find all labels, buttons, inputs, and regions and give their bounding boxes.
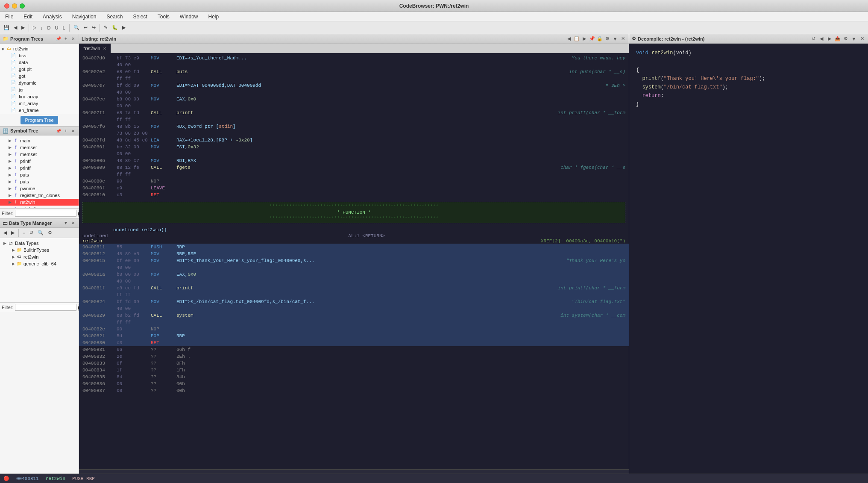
tree-item-jcr[interactable]: 📄 .jcr xyxy=(0,86,79,93)
dtm-config-btn[interactable]: ⚙ xyxy=(46,229,54,236)
st-printf1[interactable]: ▶ f printf xyxy=(0,158,79,165)
menu-help[interactable]: Help xyxy=(207,13,221,21)
listing-icon1[interactable]: ◀ xyxy=(566,35,572,42)
status-function: ret2win xyxy=(46,476,65,481)
dtm-back-btn[interactable]: ◀ xyxy=(2,229,9,236)
dtm-pin-icon[interactable]: ▼ xyxy=(63,220,69,226)
st-puts2[interactable]: ▶ f puts xyxy=(0,178,79,185)
symbol-filter-input[interactable] xyxy=(15,210,76,217)
operand: 00h xyxy=(176,380,625,387)
tree-item-eh-frame[interactable]: 📄 .eh_frame xyxy=(0,107,79,114)
listing-title: Listing: ret2win xyxy=(82,36,116,41)
decompile-export-btn[interactable]: 📤 xyxy=(834,35,841,42)
toolbar-step[interactable]: ↓ xyxy=(39,24,45,31)
operand: 0Fh xyxy=(176,360,625,367)
toolbar-debug[interactable]: 🐛 xyxy=(110,24,120,31)
toolbar-play[interactable]: ▶ xyxy=(120,24,127,31)
menu-edit[interactable]: Edit xyxy=(22,13,34,21)
toolbar-undo[interactable]: ↩ xyxy=(82,24,89,31)
traffic-lights xyxy=(4,3,25,9)
toolbar-forward[interactable]: ▶ xyxy=(20,24,26,31)
st-memset1[interactable]: ▶ f memset xyxy=(0,144,79,151)
hex-bytes: c3 xyxy=(117,339,151,346)
dtm-add-btn[interactable]: + xyxy=(21,230,27,236)
tree-label: ret2win xyxy=(20,200,35,205)
decompile-back-btn[interactable]: ◀ xyxy=(818,35,825,42)
hex-bytes: b8 00 00 xyxy=(117,96,151,103)
toolbar-run[interactable]: ▷ xyxy=(31,24,38,31)
code-row: 73 08 20 00 xyxy=(79,130,629,137)
operand: EAX,0x0 xyxy=(176,271,625,278)
dtm-ret2win[interactable]: ▶ 🏷 ret2win xyxy=(2,253,77,260)
pt-pin-icon[interactable]: 📌 xyxy=(56,36,62,42)
menu-search[interactable]: Search xyxy=(105,13,124,21)
tree-item-dynamic[interactable]: 📄 .dynamic xyxy=(0,80,79,86)
decompile-fwd-btn[interactable]: ▶ xyxy=(826,35,833,42)
menu-analysis[interactable]: Analysis xyxy=(41,13,64,21)
toolbar-decompile[interactable]: D xyxy=(46,24,53,31)
dtm-close-icon[interactable]: ✕ xyxy=(70,220,76,226)
tree-item-init-array[interactable]: 📄 .init_array xyxy=(0,100,79,107)
menu-window[interactable]: Window xyxy=(178,13,200,21)
st-pin-icon[interactable]: 📌 xyxy=(56,128,62,134)
tree-item-bss[interactable]: 📄 .bss xyxy=(0,52,79,59)
tree-item-data[interactable]: 📄 .data xyxy=(0,59,79,66)
listing-icon4[interactable]: 📌 xyxy=(589,35,595,42)
decompile-menu-btn[interactable]: ▼ xyxy=(850,35,857,42)
tab-ret2win[interactable]: *ret2win ✕ xyxy=(79,44,111,53)
mnemonic: MOV xyxy=(151,96,176,103)
main-layout: 📁 Program Trees 📌 + ✕ ▶ 🗂 ret2win 📄 .bss… xyxy=(0,34,868,474)
listing-icon5[interactable]: 🔒 xyxy=(596,35,603,42)
tree-item-got[interactable]: 📄 .got xyxy=(0,73,79,80)
menu-file[interactable]: File xyxy=(3,13,15,21)
listing-close-btn[interactable]: ✕ xyxy=(619,35,626,42)
program-tree-button[interactable]: Program Tree xyxy=(21,116,58,124)
pt-add-icon[interactable]: + xyxy=(63,36,69,42)
toolbar-save[interactable]: 💾 xyxy=(2,24,11,31)
decompile-refresh-btn[interactable]: ↺ xyxy=(810,35,817,42)
st-pwnme[interactable]: ▶ f pwnme xyxy=(0,185,79,192)
st-puts1[interactable]: ▶ f puts xyxy=(0,171,79,178)
st-printf2[interactable]: ▶ f printf xyxy=(0,165,79,171)
toolbar-redo[interactable]: ↪ xyxy=(90,24,97,31)
st-main[interactable]: ▶ f main xyxy=(0,137,79,144)
horizontal-scrollbar[interactable] xyxy=(79,469,629,474)
dtm-filter-input[interactable] xyxy=(15,304,76,311)
dtm-datatypes[interactable]: ▶ 🗂 Data Types xyxy=(2,240,77,247)
dtm-generic-clib[interactable]: ▶ 📁 generic_clib_64 xyxy=(2,260,77,267)
toolbar-edit[interactable]: ✎ xyxy=(102,24,109,31)
minimize-button[interactable] xyxy=(12,3,17,9)
tab-close-icon[interactable]: ✕ xyxy=(103,46,106,51)
listing-icon3[interactable]: ▶ xyxy=(581,35,588,42)
menu-navigation[interactable]: Navigation xyxy=(70,13,98,21)
dtm-refresh-btn[interactable]: ↺ xyxy=(28,229,35,236)
code-area[interactable]: 004007d0 bf 73 e9 MOV EDI=>s_You_there!_… xyxy=(79,53,629,469)
maximize-button[interactable] xyxy=(20,3,25,9)
tree-item-gotplt[interactable]: 📄 .got.plt xyxy=(0,66,79,73)
dtm-fwd-btn[interactable]: ▶ xyxy=(9,229,16,236)
menu-tools[interactable]: Tools xyxy=(156,13,171,21)
dtm-builtintypes[interactable]: ▶ 📁 BuiltInTypes xyxy=(2,247,77,253)
dtm-filter-btn[interactable]: 🔍 xyxy=(36,229,45,236)
toolbar-search[interactable]: 🔍 xyxy=(72,24,81,31)
tree-item-fini-array[interactable]: 📄 .fini_array xyxy=(0,93,79,100)
st-ret2win[interactable]: ▶ f ret2win xyxy=(0,199,79,206)
st-close-icon[interactable]: ✕ xyxy=(70,128,76,134)
toolbar-back[interactable]: ◀ xyxy=(12,24,19,31)
st-add-icon[interactable]: + xyxy=(63,128,69,134)
listing-icon6[interactable]: ⚙ xyxy=(604,35,611,42)
toolbar-l[interactable]: L xyxy=(61,24,67,31)
menu-select[interactable]: Select xyxy=(131,13,149,21)
pt-close-icon[interactable]: ✕ xyxy=(70,36,76,42)
tree-item-ret2win[interactable]: ▶ 🗂 ret2win xyxy=(0,45,79,52)
listing-icon2[interactable]: 📋 xyxy=(573,35,580,42)
tree-label: .bss xyxy=(18,53,26,58)
decompile-close-btn[interactable]: ✕ xyxy=(859,35,865,42)
decompile-settings-btn[interactable]: ⚙ xyxy=(842,35,849,42)
tree-item-eh-frame-hdr[interactable]: 📄 .eh_frame_hdr xyxy=(0,114,79,114)
st-register-tm[interactable]: ▶ f register_tm_clones xyxy=(0,192,79,199)
toolbar-disasm[interactable]: U xyxy=(53,24,60,31)
st-memset2[interactable]: ▶ f memset xyxy=(0,151,79,158)
close-button[interactable] xyxy=(4,3,9,9)
listing-icon7[interactable]: ▼ xyxy=(612,35,619,42)
